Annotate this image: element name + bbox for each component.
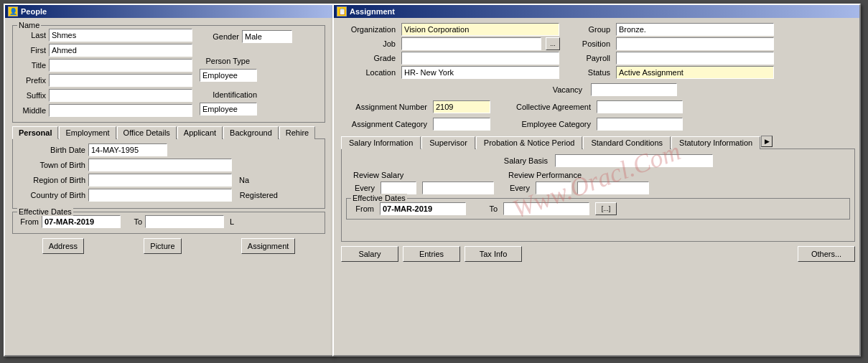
effective-dates-group: Effective Dates From To L <box>12 212 325 234</box>
job-input[interactable] <box>401 37 541 50</box>
salary-basis-row: Salary Basis <box>346 154 850 168</box>
effective-dates-label: Effective Dates <box>17 207 73 216</box>
payroll-input[interactable] <box>616 52 774 65</box>
personal-tab-content: Birth Date Town of Birth Region of Birth… <box>12 138 325 209</box>
collective-agreement-input[interactable] <box>597 100 683 113</box>
last-label: Last <box>17 31 46 39</box>
review-performance-area: Review Performance Every <box>508 171 649 195</box>
tax-info-button[interactable]: Tax Info <box>465 246 522 262</box>
org-input[interactable] <box>401 23 559 36</box>
vacancy-label: Vacancy <box>341 85 585 94</box>
effective-dates-row: From To L <box>17 215 320 228</box>
suffix-row: Suffix <box>17 89 192 102</box>
tab-scroll-right[interactable]: ▶ <box>761 136 773 147</box>
tab-salary-information[interactable]: Salary Information <box>341 136 421 149</box>
collective-agreement-row: Collective Agreement <box>505 100 683 114</box>
assignment-category-input[interactable] <box>433 118 490 131</box>
tab-rehire[interactable]: Rehire <box>279 126 315 139</box>
birth-date-label: Birth Date <box>17 146 85 154</box>
salary-effective-dates-row: From To [...] <box>353 202 844 216</box>
tab-supervisor[interactable]: Supervisor <box>421 136 475 149</box>
every-label-2: Every <box>508 184 530 192</box>
name-fields-right: Gender Person Type Identification <box>200 29 292 119</box>
every-label-1: Every <box>353 184 375 192</box>
region-of-birth-label: Region of Birth <box>17 176 85 184</box>
first-label: First <box>17 46 46 55</box>
from-date-input[interactable] <box>42 215 121 228</box>
employee-category-label: Employee Category <box>505 120 591 128</box>
employee-category-input[interactable] <box>597 118 683 131</box>
location-input[interactable] <box>401 66 559 79</box>
l-label: L <box>227 217 234 226</box>
vacancy-row: Vacancy <box>341 82 855 97</box>
first-name-row: First <box>17 44 192 57</box>
grade-label: Grade <box>338 54 396 62</box>
tab-standard-conditions[interactable]: Standard Conditions <box>583 136 671 149</box>
gender-label: Gender <box>200 32 239 41</box>
review-performance-every-input-1[interactable] <box>536 182 571 194</box>
position-row: Position <box>567 37 774 51</box>
prefix-input[interactable] <box>49 74 192 87</box>
salary-dates-browse-button[interactable]: [...] <box>595 202 617 215</box>
job-browse-button[interactable]: ... <box>546 37 560 50</box>
salary-to-label: To <box>483 204 498 213</box>
grade-row: Grade <box>338 51 560 65</box>
assignment-titlebar: 📋 Assignment <box>334 5 859 18</box>
salary-basis-input[interactable] <box>555 154 713 167</box>
title-input[interactable] <box>49 59 192 72</box>
person-type-input[interactable] <box>200 69 257 82</box>
birth-date-row: Birth Date <box>17 143 320 156</box>
identification-label: Identification <box>200 90 257 99</box>
entries-button[interactable]: Entries <box>403 246 460 262</box>
status-input[interactable] <box>616 66 774 79</box>
last-name-input[interactable] <box>49 29 192 42</box>
region-of-birth-input[interactable] <box>88 174 232 187</box>
position-input[interactable] <box>616 37 774 50</box>
others-button[interactable]: Others... <box>798 246 855 262</box>
suffix-input[interactable] <box>49 89 192 102</box>
salary-button[interactable]: Salary <box>341 246 398 262</box>
group-input[interactable] <box>616 23 774 36</box>
identification-input[interactable] <box>200 103 257 116</box>
salary-to-input[interactable] <box>503 202 589 215</box>
review-performance-every-input-2[interactable] <box>577 182 649 194</box>
review-performance-every-row: Every <box>508 181 649 195</box>
salary-from-input[interactable] <box>380 202 466 215</box>
tab-statutory-information[interactable]: Statutory Information <box>671 136 760 149</box>
review-salary-every-input-2[interactable] <box>422 182 494 194</box>
review-performance-label: Review Performance <box>508 171 649 179</box>
tab-employment[interactable]: Employment <box>59 126 116 139</box>
tab-personal[interactable]: Personal <box>12 126 58 139</box>
middle-input[interactable] <box>49 104 192 117</box>
position-label: Position <box>567 39 610 48</box>
tab-probation-notice[interactable]: Probation & Notice Period <box>476 136 583 149</box>
prefix-label: Prefix <box>17 76 46 85</box>
gender-row: Gender <box>200 30 292 43</box>
org-label: Organization <box>338 25 396 34</box>
first-name-input[interactable] <box>49 44 192 57</box>
middle-label: Middle <box>17 106 46 115</box>
review-salary-every-input-1[interactable] <box>381 182 416 194</box>
vacancy-input[interactable] <box>591 83 677 96</box>
payroll-row: Payroll <box>567 51 774 65</box>
assignment-number-input[interactable] <box>433 100 490 113</box>
name-fields-area: Last First Title Prefix <box>17 29 320 119</box>
desktop: 👤 People Name Last First <box>0 0 868 363</box>
tab-office-details[interactable]: Office Details <box>117 126 177 139</box>
tab-background[interactable]: Background <box>223 126 279 139</box>
people-window-title: People <box>21 7 47 16</box>
town-of-birth-input[interactable] <box>88 159 232 171</box>
prefix-row: Prefix <box>17 74 192 87</box>
to-date-input[interactable] <box>145 215 224 228</box>
country-of-birth-input[interactable] <box>88 189 232 202</box>
job-row: Job ... <box>338 37 560 51</box>
assignment-button[interactable]: Assignment <box>241 238 295 254</box>
picture-button[interactable]: Picture <box>144 238 181 254</box>
country-of-birth-label: Country of Birth <box>17 191 85 199</box>
birth-date-input[interactable] <box>88 143 167 156</box>
assignment-left-col: Organization Job ... Grade Location <box>338 22 560 80</box>
tab-applicant[interactable]: Applicant <box>177 126 223 139</box>
grade-input[interactable] <box>401 52 559 65</box>
address-button[interactable]: Address <box>42 238 84 254</box>
gender-input[interactable] <box>242 30 292 43</box>
